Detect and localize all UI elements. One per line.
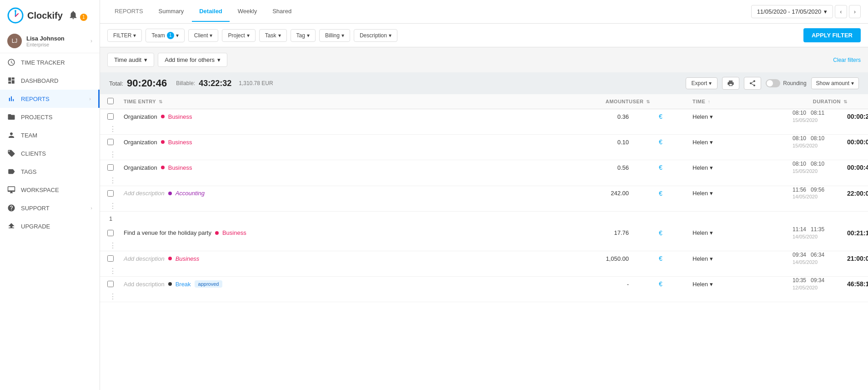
row-4-project[interactable]: Accounting	[176, 190, 205, 197]
sidebar-item-tags[interactable]: TAGS	[0, 162, 100, 181]
tab-reports[interactable]: REPORTS	[107, 1, 151, 22]
description-filter-button[interactable]: Description ▾	[354, 29, 397, 42]
sidebar-item-upgrade[interactable]: UPGRADE	[0, 217, 100, 235]
row-5-user-chevron-icon: ▾	[710, 229, 713, 236]
team-filter-button[interactable]: Team 1 ▾	[146, 29, 184, 42]
row-6-project[interactable]: Business	[176, 255, 200, 262]
row-6-dot	[168, 257, 172, 260]
sidebar-item-time-tracker[interactable]: TIME TRACKER	[0, 53, 100, 71]
row-2-more-button[interactable]: ⋮	[107, 149, 118, 160]
header-checkbox-col	[107, 98, 124, 105]
row-7-user[interactable]: Helen ▾	[692, 281, 793, 288]
row-6-more-button[interactable]: ⋮	[107, 266, 118, 276]
export-button[interactable]: Export ▾	[686, 77, 718, 89]
row-6-user[interactable]: Helen ▾	[692, 255, 793, 262]
row-7-description: Add description	[124, 281, 165, 288]
action-bar: Time audit ▾ Add time for others ▾ Clear…	[100, 47, 868, 72]
user-sort-icon[interactable]: ⇅	[646, 99, 650, 104]
billing-filter-button[interactable]: Billing ▾	[319, 29, 350, 42]
sidebar-item-team[interactable]: TEAM	[0, 126, 100, 144]
filter-button[interactable]: FILTER ▾	[107, 29, 142, 42]
add-time-for-others-button[interactable]: Add time for others ▾	[158, 53, 227, 67]
tab-detailed[interactable]: Detailed	[192, 1, 230, 22]
bar-chart-icon	[7, 95, 15, 103]
total-value: 90:20:46	[127, 77, 167, 89]
row-3-checkbox[interactable]	[107, 164, 114, 171]
row-2-project[interactable]: Business	[168, 139, 192, 146]
export-chevron-icon: ▾	[709, 80, 712, 86]
sidebar-item-support[interactable]: SUPPORT ›	[0, 199, 100, 217]
sidebar-item-clients[interactable]: CLIENTS	[0, 144, 100, 162]
row-4-duration: 22:00:00	[847, 190, 861, 197]
row-1-user[interactable]: Helen ▾	[692, 113, 793, 120]
user-profile[interactable]: LJ Lisa Johnson Enterprise ›	[0, 29, 100, 53]
show-amount-button[interactable]: Show amount ▾	[811, 77, 859, 89]
row-5-more-button[interactable]: ⋮	[107, 240, 118, 251]
row-7-checkbox[interactable]	[107, 281, 114, 287]
person-icon	[7, 131, 15, 139]
team-filter-chevron-icon: ▾	[176, 32, 179, 39]
clear-filters-link[interactable]: Clear filters	[833, 57, 861, 63]
row-7-currency: €	[629, 280, 692, 288]
row-2-checkbox[interactable]	[107, 139, 114, 145]
billing-filter-chevron-icon: ▾	[341, 32, 344, 39]
row-1-more-button[interactable]: ⋮	[107, 124, 118, 134]
apply-filter-label: APPLY FILTER	[812, 32, 853, 39]
project-filter-button[interactable]: Project ▾	[222, 29, 255, 42]
select-all-checkbox[interactable]	[107, 98, 114, 104]
row-6-check	[107, 255, 124, 262]
entry-sort-icon[interactable]: ⇅	[159, 99, 163, 104]
team-filter-label: Team	[151, 32, 165, 39]
next-date-button[interactable]: ›	[849, 5, 861, 18]
header-duration-col: DURATION ⇅	[793, 99, 847, 104]
row-3-amount: 0.56	[574, 164, 629, 171]
row-6-checkbox[interactable]	[107, 255, 114, 262]
print-button[interactable]	[722, 77, 739, 90]
rounding-toggle[interactable]: Rounding	[766, 79, 806, 87]
row-4-checkbox[interactable]	[107, 190, 114, 197]
row-3-user[interactable]: Helen ▾	[692, 164, 793, 171]
time-sort-icon[interactable]: ↑	[708, 99, 711, 104]
row-5-checkbox[interactable]	[107, 230, 114, 236]
sidebar-item-projects[interactable]: PROJECTS	[0, 108, 100, 126]
tab-shared[interactable]: Shared	[265, 1, 299, 22]
row-5-user[interactable]: Helen ▾	[692, 229, 793, 236]
task-filter-button[interactable]: Task ▾	[259, 29, 287, 42]
apply-filter-button[interactable]: APPLY FILTER	[803, 28, 861, 42]
row-7-project[interactable]: Break	[176, 281, 191, 288]
notification-bell[interactable]: 1	[68, 10, 78, 21]
sidebar-item-workspace[interactable]: WORKSPACE	[0, 181, 100, 199]
header-user-col: USER ⇅	[629, 99, 692, 104]
show-amount-chevron-icon: ▾	[851, 80, 854, 86]
row-4-user[interactable]: Helen ▾	[692, 190, 793, 197]
eur-value: 1,310.78 EUR	[239, 80, 273, 86]
show-amount-label: Show amount	[816, 80, 849, 86]
row-2-user[interactable]: Helen ▾	[692, 139, 793, 146]
row-7-more-button[interactable]: ⋮	[107, 291, 118, 302]
row-5-amount: 17.76	[574, 229, 629, 236]
row-3-more-button[interactable]: ⋮	[107, 175, 118, 186]
row-1-checkbox[interactable]	[107, 113, 114, 120]
prev-date-button[interactable]: ‹	[835, 5, 847, 18]
date-range-picker[interactable]: 11/05/2020 - 17/05/2020 ▾	[751, 5, 833, 18]
row-4-entry: Add description Accounting	[124, 190, 574, 197]
time-audit-button[interactable]: Time audit ▾	[107, 53, 154, 67]
row-5-project[interactable]: Business	[222, 229, 246, 236]
sidebar-item-dashboard[interactable]: DASHBOARD	[0, 71, 100, 90]
table-row: Organization Business 0.56 € Helen ▾ 08:…	[100, 160, 868, 186]
sidebar-item-reports[interactable]: REPORTS ›	[0, 90, 100, 108]
filter-bar: FILTER ▾ Team 1 ▾ Client ▾ Project ▾ Tas…	[100, 24, 868, 47]
duration-sort-icon[interactable]: ⇅	[843, 99, 848, 104]
rounding-switch[interactable]	[766, 79, 780, 87]
row-4-more-button[interactable]: ⋮	[107, 201, 118, 211]
row-3-project[interactable]: Business	[168, 164, 192, 171]
tag-filter-button[interactable]: Tag ▾	[291, 29, 316, 42]
approved-badge: approved	[195, 280, 223, 288]
tab-summary[interactable]: Summary	[151, 1, 191, 22]
row-1-project[interactable]: Business	[168, 113, 192, 120]
date-range-value: 11/05/2020 - 17/05/2020	[757, 8, 822, 15]
row-1-description: Organization	[124, 113, 157, 120]
share-button[interactable]	[744, 77, 761, 90]
tab-weekly[interactable]: Weekly	[231, 1, 264, 22]
client-filter-button[interactable]: Client ▾	[188, 29, 219, 42]
